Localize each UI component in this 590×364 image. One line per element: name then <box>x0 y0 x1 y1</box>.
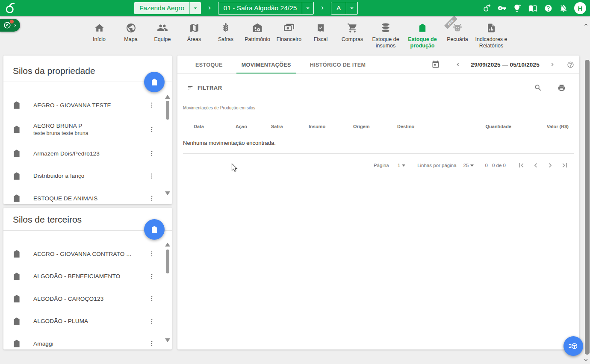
tab-bar: ESTOQUE MOVIMENTAÇÕES HISTÓRICO DE ITEM … <box>177 56 579 74</box>
nav-item-safras[interactable]: Safras <box>210 16 242 53</box>
more-vert-icon <box>148 150 155 157</box>
first-page-icon[interactable] <box>517 161 525 170</box>
season-selector[interactable]: 01 - Safra Algodão 24/25 <box>218 2 314 15</box>
scrollbar-thumb[interactable] <box>166 101 169 120</box>
nav-item-inicio[interactable]: Início <box>83 16 115 53</box>
more-options-button[interactable] <box>148 194 156 203</box>
silo-icon <box>12 317 21 326</box>
silo-list-item[interactable]: ESTOQUE DE ANIMAIS <box>3 189 172 204</box>
nav-item-equipe[interactable]: Equipe <box>147 16 178 53</box>
help-outline-icon[interactable] <box>567 61 574 68</box>
farm-selector[interactable]: Fazenda Aegro <box>134 2 201 14</box>
next-page-icon[interactable] <box>546 161 555 170</box>
nav-item-areas[interactable]: Áreas <box>178 16 210 53</box>
more-options-button[interactable] <box>148 272 156 281</box>
column-header-origem: Origem <box>353 124 370 129</box>
silo-list-item[interactable]: ALGODÃO - PLUMA <box>3 312 172 331</box>
harvest-selector[interactable]: A <box>331 2 358 15</box>
add-property-silo-button[interactable] <box>144 72 165 92</box>
tab-estoque[interactable]: ESTOQUE <box>186 56 232 73</box>
receipt-check-icon <box>316 22 326 33</box>
nav-item-estoque-producao[interactable]: Estoque de produção <box>403 16 442 53</box>
scroll-up-icon[interactable] <box>165 95 170 99</box>
rows-per-page-label: Linhas por página <box>417 163 456 168</box>
more-vert-icon <box>148 318 155 325</box>
silo-list-item[interactable]: ALGODÃO - BENEFICIAMENTO <box>3 267 172 286</box>
more-options-button[interactable] <box>148 317 156 326</box>
user-avatar[interactable]: H <box>574 2 586 14</box>
last-page-icon[interactable] <box>560 161 569 170</box>
nav-item-compras[interactable]: Compras <box>336 16 368 53</box>
more-options-button[interactable] <box>148 149 156 158</box>
scroll-down-icon[interactable] <box>165 338 170 342</box>
silo-icon <box>12 339 21 348</box>
chevron-left-icon[interactable] <box>454 61 461 68</box>
nav-item-mapa[interactable]: Mapa <box>115 16 147 53</box>
tab-historico-de-item[interactable]: HISTÓRICO DE ITEM <box>301 56 375 73</box>
print-icon[interactable] <box>558 84 566 92</box>
breadcrumb: Fazenda Aegro › 01 - Safra Algodão 24/25… <box>134 0 358 16</box>
silo-icon <box>12 294 21 303</box>
column-header-valor: Valor (R$) <box>547 124 569 129</box>
more-options-button[interactable] <box>148 125 156 134</box>
silo-list-item[interactable]: ALGODÃO - CAROÇO123 <box>3 289 172 308</box>
scrollbar-thumb[interactable] <box>166 250 169 273</box>
scroll-down-icon[interactable] <box>165 191 170 195</box>
more-options-button[interactable] <box>148 249 156 258</box>
nav-item-fiscal[interactable]: Fiscal <box>305 16 336 53</box>
stock-stack-icon <box>380 22 391 33</box>
scroll-up-icon[interactable] <box>165 243 170 247</box>
search-icon[interactable] <box>534 84 542 92</box>
idea-lightbulb-icon[interactable] <box>513 3 522 13</box>
page-select[interactable]: 1 <box>398 163 405 168</box>
filter-button[interactable]: FILTRAR <box>187 84 222 91</box>
property-silos-panel: Silos da propriedade AEGRO - GIOVANNA TE… <box>3 56 172 204</box>
column-header-destino: Destino <box>397 124 414 129</box>
chevron-down-icon[interactable] <box>189 2 201 14</box>
column-header-data: Data <box>194 124 204 129</box>
tab-movimentacoes[interactable]: MOVIMENTAÇÕES <box>232 56 301 73</box>
help-icon[interactable] <box>543 3 553 13</box>
silo-list-item[interactable]: AEGRO BRUNA P teste bruna teste bruna <box>3 118 172 141</box>
silo-list-item[interactable]: Amaggi <box>3 334 172 349</box>
page-scrollbar-thumb[interactable] <box>585 60 590 355</box>
silo-icon <box>150 225 159 234</box>
nav-item-indicadores[interactable]: Indicadores e Relatórios <box>473 16 509 53</box>
add-third-party-silo-button[interactable] <box>144 219 165 240</box>
app-header: Fazenda Aegro › 01 - Safra Algodão 24/25… <box>0 0 590 16</box>
chevron-down-icon[interactable] <box>302 2 313 14</box>
aegro-logo-icon[interactable] <box>4 2 17 15</box>
scroll-up-icon[interactable] <box>583 21 589 28</box>
more-options-button[interactable] <box>148 171 156 181</box>
more-options-button[interactable] <box>148 294 156 303</box>
quick-actions-button[interactable] <box>563 336 583 356</box>
dropdown-caret-icon <box>402 164 405 167</box>
quick-nav-pill[interactable] <box>0 19 20 32</box>
nav-item-patrimonio[interactable]: Patrimônio <box>242 16 273 53</box>
more-options-button[interactable] <box>148 339 156 348</box>
nav-item-estoque-insumos[interactable]: Estoque de insumos <box>368 16 403 53</box>
nav-item-financeiro[interactable]: Financeiro <box>273 16 305 53</box>
scroll-down-icon[interactable] <box>583 357 589 363</box>
calendar-icon[interactable] <box>431 60 440 69</box>
notification-dot <box>9 19 14 24</box>
silo-list-item[interactable]: Distribuidor a lanço <box>3 167 172 185</box>
previous-page-icon[interactable] <box>531 161 540 170</box>
globe-icon <box>126 22 136 33</box>
rows-per-page-select[interactable]: 25 <box>463 163 474 168</box>
more-options-button[interactable] <box>148 100 156 110</box>
stock-movements-panel: ESTOQUE MOVIMENTAÇÕES HISTÓRICO DE ITEM … <box>177 56 579 349</box>
chevron-down-icon[interactable] <box>346 2 357 14</box>
knowledge-book-icon[interactable] <box>528 3 537 13</box>
silo-icon <box>417 22 428 33</box>
key-icon[interactable] <box>497 3 507 13</box>
silo-list-item[interactable]: AEGRO - GIOVANNA CONTRATO ... <box>3 244 172 263</box>
report-chart-icon <box>486 22 496 33</box>
nav-item-pecuaria[interactable]: PRO Pecuária <box>442 16 473 53</box>
silo-list-item[interactable]: AEGRO - GIOVANNA TESTE <box>3 96 172 114</box>
chevron-right-icon[interactable] <box>549 61 556 68</box>
notifications-off-icon[interactable] <box>559 3 568 13</box>
silo-list-item[interactable]: Armazem Dois/Pedro123 <box>3 144 172 163</box>
aegro-plus-icon[interactable] <box>482 3 491 13</box>
silo-icon <box>12 100 21 110</box>
